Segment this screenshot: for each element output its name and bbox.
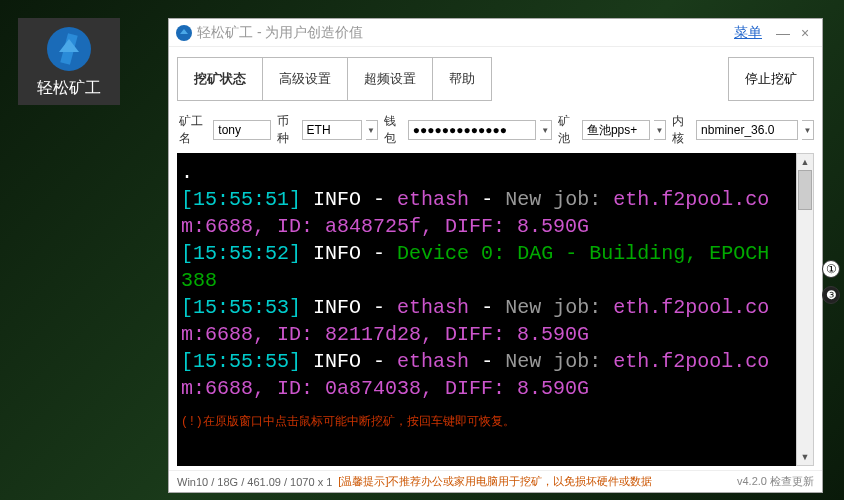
console-output: .[15:55:51] INFO - ethash - New job: eth… <box>177 153 796 466</box>
coin-dropdown-icon[interactable]: ▼ <box>366 120 378 140</box>
scroll-down-icon[interactable]: ▼ <box>797 449 813 465</box>
app-logo-icon <box>44 24 94 74</box>
console-scrollbar[interactable]: ▲ ▼ <box>796 153 814 466</box>
scroll-track[interactable] <box>797 170 813 449</box>
pool-select[interactable] <box>582 120 650 140</box>
kernel-dropdown-icon[interactable]: ▼ <box>802 120 814 140</box>
tab-help[interactable]: 帮助 <box>432 57 492 101</box>
wallet-label: 钱包 <box>384 113 404 147</box>
wallet-input[interactable] <box>408 120 536 140</box>
worker-input[interactable] <box>213 120 271 140</box>
titlebar-app-icon <box>175 24 193 42</box>
desktop-shortcut[interactable]: 轻松矿工 <box>18 18 120 105</box>
app-window: 轻松矿工 - 为用户创造价值 菜单 — × 挖矿状态 高级设置 超频设置 帮助 … <box>168 18 823 493</box>
scroll-up-icon[interactable]: ▲ <box>797 154 813 170</box>
toolbar: 挖矿状态 高级设置 超频设置 帮助 停止挖矿 <box>169 47 822 109</box>
config-row: 矿工名 币种 ▼ 钱包 ▼ 矿池 ▼ 内核 ▼ <box>169 109 822 153</box>
tab-mining-status[interactable]: 挖矿状态 <box>177 57 263 101</box>
kernel-label: 内核 <box>672 113 692 147</box>
side-badges: ① ❸ <box>822 260 840 304</box>
console-area: .[15:55:51] INFO - ethash - New job: eth… <box>177 153 814 466</box>
menu-button[interactable]: 菜单 <box>734 24 762 42</box>
tab-advanced-settings[interactable]: 高级设置 <box>262 57 348 101</box>
titlebar: 轻松矿工 - 为用户创造价值 菜单 — × <box>169 19 822 47</box>
tab-overclock-settings[interactable]: 超频设置 <box>347 57 433 101</box>
pool-dropdown-icon[interactable]: ▼ <box>654 120 666 140</box>
kernel-select[interactable] <box>696 120 798 140</box>
coin-label: 币种 <box>277 113 297 147</box>
stop-mining-button[interactable]: 停止挖矿 <box>728 57 814 101</box>
pool-label: 矿池 <box>558 113 578 147</box>
statusbar: Win10 / 18G / 461.09 / 1070 x 1 [温馨提示]不推… <box>169 470 822 492</box>
worker-label: 矿工名 <box>179 113 209 147</box>
minimize-button[interactable]: — <box>772 25 794 41</box>
wallet-dropdown-icon[interactable]: ▼ <box>540 120 552 140</box>
version-check-update[interactable]: v4.2.0 检查更新 <box>737 474 814 489</box>
side-badge-1[interactable]: ① <box>822 260 840 278</box>
status-tip: [温馨提示]不推荐办公或家用电脑用于挖矿，以免损坏硬件或数据 <box>338 474 652 489</box>
scroll-thumb[interactable] <box>798 170 812 210</box>
close-button[interactable]: × <box>794 25 816 41</box>
system-info: Win10 / 18G / 461.09 / 1070 x 1 <box>177 476 332 488</box>
desktop-shortcut-label: 轻松矿工 <box>37 78 101 99</box>
side-badge-2[interactable]: ❸ <box>822 286 840 304</box>
coin-select[interactable] <box>302 120 362 140</box>
window-title: 轻松矿工 - 为用户创造价值 <box>197 24 734 42</box>
